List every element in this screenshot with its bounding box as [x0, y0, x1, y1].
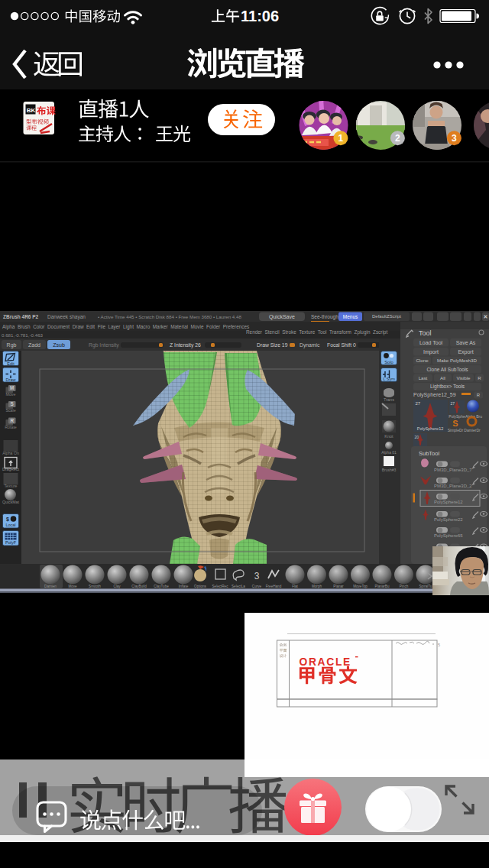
svg-text:Planar: Planar	[333, 585, 344, 588]
svg-text:Export: Export	[458, 349, 473, 355]
svg-text:Last: Last	[419, 375, 428, 381]
svg-text:3: 3	[452, 133, 457, 144]
svg-text:S: S	[11, 401, 14, 406]
svg-text:PM3D_Plane3D_2: PM3D_Plane3D_2	[434, 484, 472, 488]
svg-text:SelectLa: SelectLa	[232, 585, 245, 588]
svg-text:DamierDr: DamierDr	[464, 428, 481, 432]
svg-text:Render Stencil Stroke Textu: Render Stencil Stroke Texture Tool Trans…	[246, 329, 387, 335]
svg-text:Lightbox> Tools: Lightbox> Tools	[430, 384, 465, 390]
svg-text:Make PolyMesh3D: Make PolyMesh3D	[437, 358, 477, 363]
svg-text:ClayTube: ClayTube	[154, 585, 169, 588]
svg-text:FreeHand: FreeHand	[266, 585, 282, 588]
svg-text:Trans: Trans	[384, 397, 394, 402]
svg-text:Flat: Flat	[292, 585, 298, 588]
svg-text:Scale: Scale	[5, 408, 15, 413]
svg-text:Alpha 01: Alpha 01	[381, 450, 397, 455]
svg-text:Alpha Brush Color Document: Alpha Brush Color Document Draw Edit Fil…	[2, 324, 249, 330]
svg-text:BK: BK	[27, 107, 36, 114]
svg-text:Morph: Morph	[312, 585, 322, 588]
svg-text:R: R	[10, 418, 14, 423]
svg-text:Solo: Solo	[384, 360, 393, 364]
svg-text:Menus: Menus	[343, 314, 358, 319]
svg-text:27: 27	[416, 401, 421, 406]
svg-text:Visible: Visible	[456, 375, 471, 381]
svg-text:✕: ✕	[484, 314, 488, 319]
svg-text:Draw Size 19: Draw Size 19	[257, 342, 288, 348]
svg-text:SimpleDr: SimpleDr	[448, 428, 464, 432]
svg-text:5: 5	[438, 643, 440, 647]
svg-text:Texture: Texture	[4, 484, 17, 488]
svg-text:Damien: Damien	[44, 585, 57, 588]
svg-text:PolySphere65: PolySphere65	[434, 533, 463, 538]
svg-text:Local: Local	[5, 523, 15, 527]
svg-text:L.Sym: L.Sym	[383, 377, 395, 381]
svg-text:Load Tool: Load Tool	[419, 340, 443, 345]
svg-text:Draw: Draw	[6, 377, 16, 382]
svg-text:SelectRec: SelectRec	[212, 585, 229, 588]
svg-text:$: $	[6, 517, 9, 523]
svg-text:Options: Options	[194, 585, 207, 588]
svg-text:S: S	[452, 419, 458, 428]
svg-text:MoveTop: MoveTop	[353, 585, 368, 588]
svg-text:SubTool: SubTool	[419, 450, 439, 457]
svg-text:ZBrush 4R6 P2: ZBrush 4R6 P2	[3, 314, 39, 319]
svg-text:Clone All SubTools: Clone All SubTools	[426, 367, 468, 372]
svg-text:Zadd: Zadd	[28, 342, 40, 348]
svg-text:Move: Move	[6, 392, 16, 397]
svg-text:Move: Move	[68, 585, 77, 588]
svg-text:Focal Shift 0: Focal Shift 0	[327, 342, 356, 348]
svg-text:PolySphere12_59: PolySphere12_59	[413, 392, 456, 398]
svg-text:Dynamic: Dynamic	[300, 342, 320, 348]
svg-text:PolyF: PolyF	[5, 540, 17, 545]
svg-text:Smooth: Smooth	[89, 585, 101, 588]
svg-text:R: R	[477, 393, 481, 397]
svg-text:DefaultZScript: DefaultZScript	[372, 314, 401, 319]
svg-text:SpiralTu: SpiralTu	[419, 585, 432, 588]
svg-text:1: 1	[338, 133, 344, 144]
svg-text:3: 3	[254, 571, 260, 581]
svg-text:2: 2	[395, 133, 400, 144]
svg-text:0.681,-0.781,-0.463: 0.681,-0.781,-0.463	[2, 332, 44, 338]
svg-text:• Active Time 445 • Scratch Di: • Active Time 445 • Scratch Disk 884 • F…	[98, 314, 241, 319]
svg-text:Z Intensity 26: Z Intensity 26	[170, 342, 201, 348]
svg-text:Alpha On: Alpha On	[2, 451, 19, 455]
svg-text:PolySphere12: PolySphere12	[417, 426, 444, 431]
svg-text:Rgb Intensity: Rgb Intensity	[89, 342, 119, 348]
svg-text:All: All	[440, 375, 445, 381]
svg-text:See-through 0: See-through 0	[311, 314, 343, 320]
svg-text:Inflate: Inflate	[179, 585, 189, 588]
svg-text:PM3D_Plane3D_7: PM3D_Plane3D_7	[434, 468, 472, 472]
svg-text:Rgb: Rgb	[7, 342, 17, 348]
svg-text:Save As: Save As	[456, 340, 476, 345]
svg-text:Tool: Tool	[419, 329, 432, 337]
svg-text:QuickSave: QuickSave	[269, 314, 295, 320]
svg-text:PlanarBu: PlanarBu	[375, 585, 390, 588]
svg-text:Danweek shayan: Danweek shayan	[47, 314, 86, 320]
svg-text:20: 20	[415, 435, 419, 439]
svg-text:Zsub: Zsub	[53, 342, 65, 348]
svg-text:DragRect: DragRect	[2, 467, 19, 471]
svg-text:Edit: Edit	[7, 361, 15, 366]
svg-text:PolySphere12: PolySphere12	[434, 500, 463, 504]
svg-text:11:06: 11:06	[241, 8, 279, 24]
svg-text:ORACLE: ORACLE	[300, 656, 351, 668]
svg-text:M: M	[10, 385, 14, 390]
svg-text:ClayBuild: ClayBuild	[131, 585, 147, 588]
svg-text:PolySphere22: PolySphere22	[434, 517, 463, 522]
svg-text:Pinch: Pinch	[400, 585, 409, 588]
svg-text:R: R	[478, 375, 481, 381]
svg-text:QuickMat: QuickMat	[2, 500, 19, 504]
svg-text:Rotate: Rotate	[5, 425, 17, 429]
svg-text:Clay: Clay	[113, 585, 121, 588]
svg-text:Brush#3: Brush#3	[382, 468, 397, 472]
svg-text:Curve: Curve	[252, 585, 262, 588]
svg-text:Clone: Clone	[416, 358, 429, 363]
svg-text:27: 27	[451, 401, 455, 406]
svg-text:Import: Import	[423, 349, 439, 355]
svg-text:Knot: Knot	[384, 434, 393, 439]
